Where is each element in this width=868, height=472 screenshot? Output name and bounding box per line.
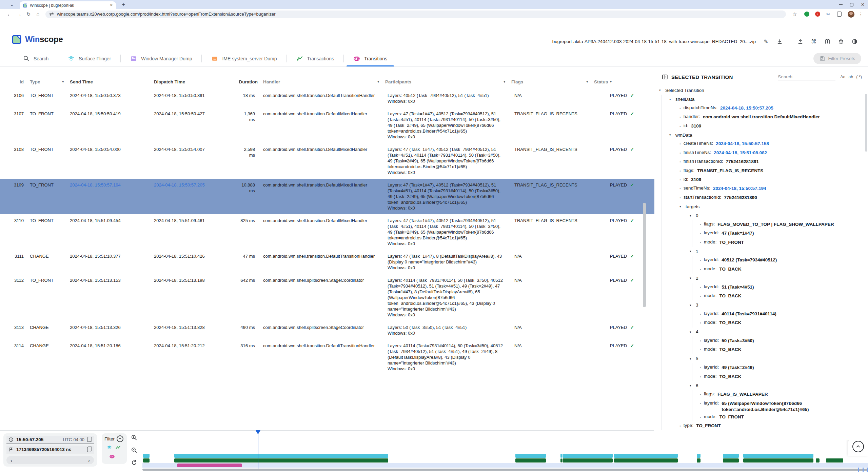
- tree-property[interactable]: •mode:TO_FRONT: [700, 238, 865, 247]
- tree-property[interactable]: •layerId:40512 (Task=7934#40512): [700, 256, 865, 264]
- tree-property[interactable]: •flags:FLAG_MOVED_TO_TOP | FLAG_SHOW_WAL…: [700, 220, 865, 229]
- timeline-segment[interactable]: [174, 458, 388, 463]
- tree-property[interactable]: •layerId:49 (Task=2#49): [700, 363, 865, 372]
- timeline-row-transitions[interactable]: [142, 463, 868, 468]
- timeline-segment[interactable]: [723, 458, 739, 463]
- dispatch-time-link[interactable]: 2024-04-18, 15:50:57.205: [151, 179, 234, 214]
- tree-group-row[interactable]: ▾shellData: [669, 95, 865, 103]
- send-time-link[interactable]: 2024-04-18, 15:51:13.326: [66, 321, 151, 339]
- tree-property[interactable]: •layerId:40114 (Task=7931#40114): [700, 310, 865, 318]
- close-tab-icon[interactable]: ✕: [110, 3, 113, 7]
- tree-property[interactable]: •type:TO_FRONT: [679, 421, 865, 430]
- filter-arrow-icon[interactable]: ▾: [586, 80, 591, 83]
- tree-property[interactable]: •mode:TO_BACK: [700, 292, 865, 300]
- tab-surface-flinger[interactable]: Surface Flinger: [58, 51, 120, 66]
- tree-property[interactable]: •mode:TO_FRONT: [700, 413, 865, 421]
- timeline-segment[interactable]: [177, 464, 242, 467]
- tree-group-row[interactable]: ▾5: [690, 354, 865, 363]
- timeline-segment[interactable]: [816, 458, 820, 463]
- tab-window-manager-dump[interactable]: Window Manager Dump: [121, 51, 201, 66]
- filter-arrow-icon[interactable]: ▾: [504, 80, 508, 83]
- tree-property[interactable]: •id:3109: [679, 175, 865, 184]
- extensions-icon[interactable]: [835, 11, 843, 18]
- upload-icon[interactable]: [797, 38, 804, 45]
- tree-property[interactable]: •mode:TO_BACK: [700, 265, 865, 274]
- tree-property[interactable]: •id:3109: [679, 122, 865, 131]
- url-bar[interactable]: winscope.teams.x20web.corp.google.com/pr…: [45, 11, 786, 18]
- profile-avatar[interactable]: [848, 11, 854, 18]
- tab-transitions[interactable]: Transitions: [344, 51, 397, 66]
- match-case-button[interactable]: Aa: [840, 75, 845, 79]
- tree-property[interactable]: •finishTransactionId:7752416281891: [679, 157, 865, 166]
- url-text[interactable]: winscope.teams.x20web.corp.google.com/pr…: [57, 12, 276, 17]
- filter-arrow-icon[interactable]: ▾: [377, 80, 382, 83]
- send-time-link[interactable]: 2024-04-18, 15:51:13.153: [66, 274, 151, 321]
- column-header-status[interactable]: Status▾: [591, 79, 642, 84]
- new-tab-button[interactable]: +: [119, 1, 127, 9]
- dispatch-time-link[interactable]: 2024-04-18, 15:51:09.461: [151, 214, 234, 250]
- maximize-icon[interactable]: [850, 3, 853, 6]
- dispatch-time-link[interactable]: 2024-04-18, 15:51:20.212: [151, 339, 234, 375]
- timeline-segment[interactable]: [515, 454, 546, 458]
- collapse-arrow-icon[interactable]: ▾: [690, 330, 693, 334]
- tree-group-row[interactable]: ▾targets: [679, 202, 865, 211]
- tree-property[interactable]: •flags:FLAG_IS_WALLPAPER: [700, 390, 865, 399]
- tree-group-row[interactable]: ▾4: [690, 328, 865, 336]
- tree-property[interactable]: •layerId:50 (Task=3#50): [700, 336, 865, 345]
- tree-property[interactable]: •flags:TRANSIT_FLAG_IS_RECENTS: [679, 166, 865, 175]
- column-header-send-time[interactable]: Send Time: [66, 79, 151, 84]
- transactions-filter-icon[interactable]: [115, 445, 121, 451]
- tree-property[interactable]: •finishTimeNs:2024-04-18, 15:51:08.082: [679, 149, 865, 157]
- tree-group-row[interactable]: ▾3: [690, 300, 865, 309]
- filter-arrow-icon[interactable]: ▾: [610, 80, 612, 83]
- timeline-segment[interactable]: [515, 458, 546, 463]
- column-header-type[interactable]: Type▾: [26, 79, 66, 84]
- shortcuts-icon[interactable]: ⌘: [810, 38, 817, 45]
- tree-group-row[interactable]: ▾6: [690, 381, 865, 390]
- column-header-handler[interactable]: Handler▾: [260, 79, 382, 84]
- tab-search-button[interactable]: ⌄: [7, 1, 16, 8]
- timeline-segment[interactable]: [723, 454, 739, 458]
- timeline-segment[interactable]: [563, 454, 613, 458]
- column-header-duration[interactable]: Duration: [234, 79, 260, 84]
- tree-property[interactable]: •startTransactionId:7752416281890: [679, 193, 865, 202]
- send-time-link[interactable]: 2024-04-18, 15:50:50.373: [66, 89, 151, 107]
- timeline-segment[interactable]: [560, 454, 562, 458]
- reload-icon[interactable]: ↻: [24, 11, 33, 17]
- column-header-participants[interactable]: Participants▾: [382, 79, 508, 84]
- collapse-filter-button[interactable]: [117, 435, 123, 442]
- tree-property[interactable]: •layerId:65 (WallpaperWindowToken{87b6d6…: [700, 399, 865, 413]
- extension-green-icon[interactable]: [803, 11, 810, 18]
- dispatch-time-link[interactable]: 2024-04-18, 15:51:13.198: [151, 274, 234, 321]
- report-bug-icon[interactable]: [837, 38, 844, 45]
- zoom-in-button[interactable]: [130, 434, 138, 441]
- tree-group-row[interactable]: ▾wmData: [669, 131, 865, 139]
- tree-group-row[interactable]: ▾0: [690, 211, 865, 220]
- prev-entry-button[interactable]: ‹: [11, 457, 12, 463]
- tree-property[interactable]: •mode:TO_BACK: [700, 372, 865, 381]
- minimize-icon[interactable]: [839, 4, 843, 5]
- filter-arrow-icon[interactable]: ▾: [62, 80, 66, 83]
- timeline-segment[interactable]: [174, 454, 388, 458]
- dispatch-time-link[interactable]: 2024-04-18, 15:51:10.426: [151, 250, 234, 274]
- timeline-segment[interactable]: [563, 458, 613, 463]
- bookmark-star-icon[interactable]: ☆: [790, 11, 800, 17]
- tab-transactions[interactable]: Transactions: [287, 51, 344, 66]
- send-time-link[interactable]: 2024-04-18, 15:50:50.419: [66, 107, 151, 143]
- timeline-row-surface-flinger[interactable]: [142, 454, 868, 458]
- tree-property[interactable]: •sendTimeNs:2024-04-18, 15:50:57.194: [679, 184, 865, 193]
- collapse-arrow-icon[interactable]: ▾: [690, 357, 693, 360]
- dark-mode-icon[interactable]: [851, 38, 858, 45]
- send-time-link[interactable]: 2024-04-18, 15:50:57.194: [66, 179, 151, 214]
- tree-property[interactable]: •layerId:47 (Task=1#47): [700, 229, 865, 238]
- copy-icon[interactable]: [87, 447, 92, 452]
- send-time-link[interactable]: 2024-04-18, 15:51:10.377: [66, 250, 151, 274]
- collapse-arrow-icon[interactable]: ▾: [659, 88, 663, 92]
- browser-tab[interactable]: Winscope | bugreport-ak ✕: [20, 1, 116, 9]
- send-time-link[interactable]: 2024-04-18, 15:51:09.454: [66, 214, 151, 250]
- copy-icon[interactable]: [87, 437, 92, 442]
- tree-property[interactable]: •dispatchTimeNs:2024-04-18, 15:50:57.205: [679, 104, 865, 113]
- site-settings-icon[interactable]: [50, 13, 54, 15]
- timeline-segment[interactable]: [560, 458, 562, 463]
- browser-menu-icon[interactable]: ⋮: [859, 12, 863, 17]
